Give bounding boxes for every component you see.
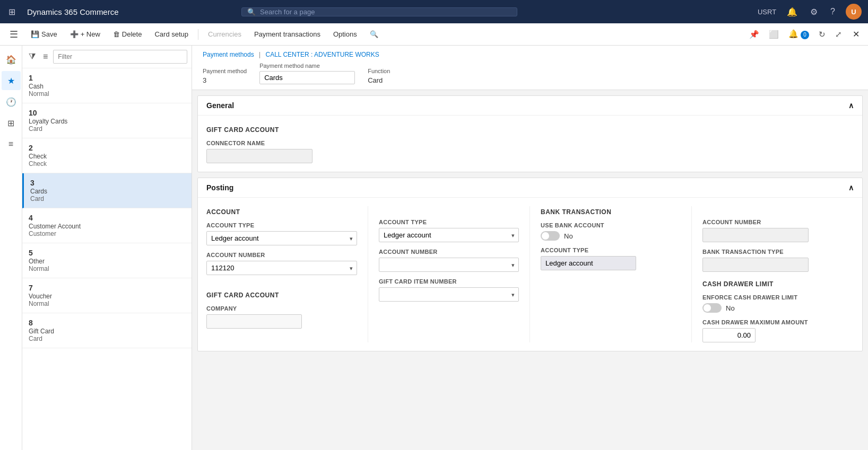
account-number-3-input[interactable]: [702, 228, 809, 242]
company-field: Company: [206, 305, 357, 329]
help-icon[interactable]: ?: [828, 5, 837, 19]
bank-transaction-type-input[interactable]: [702, 258, 809, 272]
list-filter-input[interactable]: [53, 50, 187, 64]
grid-menu-icon[interactable]: ⊞: [6, 5, 18, 19]
account-number-2-select[interactable]: [379, 258, 519, 272]
payment-transactions-button[interactable]: Payment transactions: [249, 28, 326, 41]
account-number-select-wrap: 112120: [206, 261, 357, 275]
account-type-field: Account type Ledger account Bank Custome…: [206, 222, 357, 245]
notification-badge-btn[interactable]: 🔔 0: [785, 27, 812, 41]
list-item[interactable]: 5 Other Normal: [22, 243, 192, 278]
account-title: ACCOUNT: [206, 208, 357, 216]
account-column: ACCOUNT Account type Ledger account Bank…: [206, 206, 368, 342]
hamburger-menu[interactable]: ☰: [4, 25, 23, 44]
list-item[interactable]: 2 Check Check: [22, 138, 192, 173]
breadcrumb-section[interactable]: Payment methods: [203, 51, 254, 58]
list-item-selected[interactable]: 3 Cards Card: [22, 173, 192, 208]
list-icon[interactable]: ≡: [2, 135, 21, 154]
company-input[interactable]: [206, 314, 302, 329]
new-icon: ➕: [70, 30, 79, 38]
search-bar: 🔍: [241, 7, 517, 16]
list-item[interactable]: 1 Cash Normal: [22, 68, 192, 103]
list-item[interactable]: 10 Loyalty Cards Card: [22, 103, 192, 138]
content-area: Payment methods | CALL CENTER : ADVENTUR…: [192, 46, 868, 450]
grid-icon[interactable]: ⊞: [2, 113, 21, 133]
account-type-select-wrap: Ledger account Bank Customer Vendor: [206, 231, 357, 245]
expand-icon[interactable]: ⤢: [832, 28, 845, 41]
posting-section-header[interactable]: Posting ∧: [198, 178, 862, 198]
collapse-icon: ∧: [848, 101, 854, 110]
max-amount-input[interactable]: [702, 328, 756, 342]
enforce-toggle[interactable]: [702, 303, 722, 313]
account-number-select[interactable]: 112120: [206, 261, 357, 275]
gift-card-item-select[interactable]: [379, 287, 519, 302]
posting-section: Posting ∧ ACCOUNT Account type Ledger ac…: [197, 178, 863, 351]
account-number-2-label: Account number: [379, 249, 519, 255]
enforce-cash-drawer-field: Enforce cash drawer limit No: [702, 294, 854, 313]
cash-drawer-column: Account number Bank transaction type CAS…: [692, 206, 854, 342]
function-label: Function: [368, 68, 390, 74]
home-icon[interactable]: 🏠: [2, 50, 21, 69]
payment-method-value: 3: [203, 76, 247, 84]
list-item[interactable]: 7 Voucher Normal: [22, 278, 192, 313]
list-view-button[interactable]: ≡: [41, 50, 50, 64]
list-toolbar: ⧩ ≡: [22, 46, 192, 68]
app-name: Dynamics 365 Commerce: [27, 7, 119, 16]
account-number-3-label: Account number: [702, 219, 854, 225]
star-icon[interactable]: ★: [2, 71, 21, 90]
new-button[interactable]: ➕ + New: [65, 28, 106, 41]
gift-card-item-label: Gift card item number: [379, 278, 519, 285]
view-icon[interactable]: ⬜: [766, 28, 782, 41]
use-bank-account-toggle[interactable]: [541, 231, 560, 241]
list-panel: ⧩ ≡ 1 Cash Normal 10 Loyalty Cards Card …: [22, 46, 192, 450]
payment-method-name-field: Payment method name: [259, 63, 355, 84]
account-type-2-field: Account type Ledger account Bank: [379, 219, 519, 242]
user-label: USRT: [758, 8, 776, 16]
use-bank-account-value: No: [564, 232, 573, 240]
search-cmd-button[interactable]: 🔍: [364, 28, 384, 41]
header-fields: Payment method 3 Payment method name Fun…: [203, 63, 857, 84]
clock-icon[interactable]: 🕐: [2, 92, 21, 111]
account-number-2-field: Account number: [379, 249, 519, 272]
delete-icon: 🗑: [113, 30, 120, 38]
function-field: Function Card: [368, 68, 390, 84]
save-button[interactable]: 💾 Save: [25, 28, 63, 41]
options-button[interactable]: Options: [328, 28, 362, 41]
bank-transaction-title: BANK TRANSACTION: [541, 208, 681, 216]
account-type-column: Account type Ledger account Bank Account…: [368, 206, 530, 342]
delete-button[interactable]: 🗑 Delete: [108, 28, 147, 41]
cmd-bar-right: 📌 ⬜ 🔔 0 ↻ ⤢ ✕: [746, 27, 864, 41]
payment-method-name-input[interactable]: [259, 71, 355, 84]
notification-icon[interactable]: 🔔: [785, 5, 800, 19]
general-section-header[interactable]: General ∧: [198, 96, 862, 116]
close-button[interactable]: ✕: [848, 27, 864, 41]
list-item[interactable]: 8 Gift Card Card: [22, 313, 192, 348]
account-type-3-input: [541, 256, 636, 270]
refresh-icon[interactable]: ↻: [815, 28, 829, 41]
payment-method-label: Payment method: [203, 68, 247, 74]
max-amount-label: Cash drawer maximum amount: [702, 319, 854, 325]
account-type-2-label: Account type: [379, 219, 519, 225]
connector-name-input[interactable]: [206, 149, 313, 163]
currencies-button[interactable]: Currencies: [203, 28, 247, 41]
card-setup-button[interactable]: Card setup: [149, 28, 194, 41]
account-type-3-label: Account type: [541, 247, 681, 253]
function-value: Card: [368, 76, 390, 84]
posting-section-body: ACCOUNT Account type Ledger account Bank…: [198, 198, 862, 351]
breadcrumb: Payment methods | CALL CENTER : ADVENTUR…: [203, 51, 857, 58]
settings-icon[interactable]: ⚙: [808, 5, 820, 19]
filter-button[interactable]: ⧩: [27, 50, 38, 64]
account-number-label: Account number: [206, 252, 357, 258]
search-input[interactable]: [260, 8, 511, 16]
account-type-2-select[interactable]: Ledger account Bank: [379, 228, 519, 242]
account-type-select[interactable]: Ledger account Bank Customer Vendor: [206, 231, 357, 245]
pin-icon[interactable]: 📌: [746, 28, 762, 41]
bank-transaction-type-field: Bank transaction type: [702, 249, 854, 272]
general-section-body: GIFT CARD ACCOUNT Connector name: [198, 116, 862, 172]
company-label: Company: [206, 305, 357, 312]
account-number-field: Account number 112120: [206, 252, 357, 275]
payment-method-name-label: Payment method name: [259, 63, 355, 69]
search-icon: 🔍: [247, 8, 256, 16]
list-item[interactable]: 4 Customer Account Customer: [22, 208, 192, 243]
bank-transaction-type-label: Bank transaction type: [702, 249, 854, 255]
